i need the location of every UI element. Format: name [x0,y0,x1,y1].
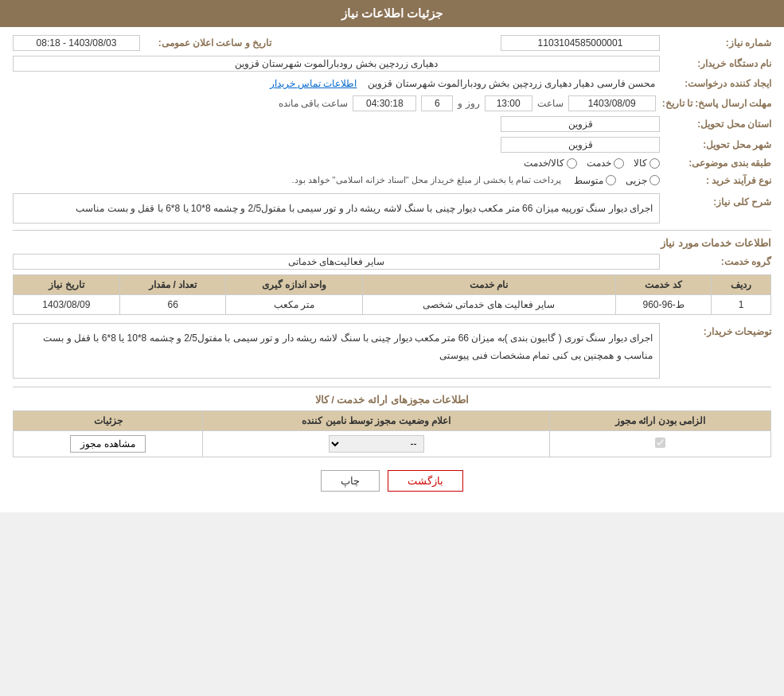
license-row: -- مشاهده مجوز [14,431,771,457]
tarikh-value: 1403/08/03 - 08:18 [13,35,140,51]
cell-unit: متر مکعب [226,295,362,315]
saat-label: ساعت [537,98,564,109]
shomare-niaz-value: 1103104585000001 [501,35,660,51]
license-col-details: جزئیات [14,411,203,431]
nooe-faraayand-options: جزیی متوسط [574,175,660,186]
license-table-container: الزامی بودن ارائه مجوز اعلام وضعیت مجوز … [13,410,771,457]
tabaqe-row: طبقه بندی موضوعی: کالا خدمت کالا/خدمت [13,157,771,169]
tawzihat-row: توضیحات خریدار: اجرای دیوار سنگ توری ( گ… [13,323,771,379]
table-row: 1 ط-96-960 سایر فعالیت های خدماتی شخصی م… [14,295,771,315]
page-title: جزئیات اطلاعات نیاز [341,6,443,20]
col-count: تعداد / مقدار [119,275,226,295]
license-title: اطلاعات مجوزهای ارائه خدمت / کالا [13,387,771,406]
footer-buttons: بازگشت چاپ [13,470,771,492]
date-main: 1403/08/09 [568,95,656,111]
ejaad-value: محسن فارسی دهیار دهیاری زردچین بخش رودبا… [363,76,660,91]
license-status-cell[interactable]: -- [203,431,550,457]
col-radif: ردیف [712,275,771,295]
rooz-value: 6 [421,95,453,111]
license-elzami-cell [549,431,770,457]
back-button[interactable]: بازگشت [388,470,463,492]
services-table: ردیف کد خدمت نام خدمت واحد اندازه گیری ت… [13,274,771,315]
tabaqe-option-kala-khadmat[interactable]: کالا/خدمت [524,157,577,169]
mohlat-label: مهلت ارسال پاسخ: تا تاریخ: [656,98,771,109]
print-button[interactable]: چاپ [321,470,380,492]
sharh-label: شرح کلی نیاز: [660,193,771,208]
ostan-label: استان محل تحویل: [660,119,771,130]
tabaqe-option-kala[interactable]: کالا [634,157,660,169]
col-date: تاریخ نیاز [14,275,120,295]
naam-dastgah-label: نام دستگاه خریدار: [660,58,771,69]
col-code: کد خدمت [615,275,711,295]
nooe-note: پرداخت تمام یا بخشی از مبلغ خریداز محل "… [287,173,566,187]
maandeh-value: 04:30:18 [353,95,416,111]
shomare-niaz-label: شماره نیاز: [660,37,771,49]
license-table: الزامی بودن ارائه مجوز اعلام وضعیت مجوز … [13,410,771,457]
shahr-label: شهر محل تحویل: [660,139,771,150]
cell-date: 1403/08/09 [14,295,120,315]
tawzihat-value: اجرای دیوار سنگ توری ( گابیون بندی )به م… [13,323,660,379]
nooe-jozi[interactable]: جزیی [626,175,660,186]
tabaqe-label: طبقه بندی موضوعی: [660,157,771,169]
ostan-row: استان محل تحویل: قزوین [13,116,771,132]
cell-count: 66 [119,295,226,315]
cell-name: سایر فعالیت های خدماتی شخصی [362,295,615,315]
ejaad-label: ایجاد کننده درخواست: [660,78,771,89]
naam-dastgah-value: دهیاری زردچین بخش رودبارالموت شهرستان قز… [13,56,660,72]
sharh-value: اجرای دیوار سنگ تورپیه میزان 66 متر مکعب… [13,193,660,224]
shahr-value: قزوین [501,137,660,153]
maandeh-label: ساعت باقی مانده [279,98,349,109]
license-details-cell[interactable]: مشاهده مجوز [14,431,203,457]
license-col-elzami: الزامی بودن ارائه مجوز [549,411,770,431]
goroh-value: سایر فعالیت‌های خدماتی [13,254,660,270]
tarikh-label: تاریخ و ساعت اعلان عمومی: [140,37,283,49]
goroh-label: گروه خدمت: [660,256,771,267]
tawzihat-label: توضیحات خریدار: [660,323,771,337]
nooe-faraayand-row: نوع فرآیند خرید : جزیی متوسط پرداخت تمام… [13,173,771,187]
etelaat-khadamat-title: اطلاعات خدمات مورد نیاز [13,230,771,249]
col-name: نام خدمت [362,275,615,295]
saat-value: 13:00 [485,95,532,111]
license-status-select[interactable]: -- [329,435,424,453]
goroh-row: گروه خدمت: سایر فعالیت‌های خدماتی [13,254,771,270]
shahr-row: شهر محل تحویل: قزوین [13,137,771,153]
sharh-row: شرح کلی نیاز: اجرای دیوار سنگ تورپیه میز… [13,193,771,224]
naam-dastgah-row: نام دستگاه خریدار: دهیاری زردچین بخش رود… [13,56,771,72]
ostan-value: قزوین [501,116,660,132]
nooe-faraayand-label: نوع فرآیند خرید : [660,175,771,186]
tabaqe-option-khadmat[interactable]: خدمت [587,157,624,169]
license-col-status: اعلام وضعیت مجوز توسط نامین کننده [203,411,550,431]
license-checkbox [655,437,665,448]
mohlat-row: مهلت ارسال پاسخ: تا تاریخ: 1403/08/09 سا… [13,95,771,111]
page-header: جزئیات اطلاعات نیاز [0,0,784,27]
rooz-label: روز و [458,98,479,109]
services-table-container: ردیف کد خدمت نام خدمت واحد اندازه گیری ت… [13,274,771,315]
tabaqe-options: کالا خدمت کالا/خدمت [524,157,660,169]
ejaad-row: ایجاد کننده درخواست: محسن فارسی دهیار ده… [13,76,771,91]
ejaad-link[interactable]: اطلاعات تماس خریدار [270,78,357,89]
col-unit: واحد اندازه گیری [226,275,362,295]
shomare-niaz-row: شماره نیاز: 1103104585000001 تاریخ و ساع… [13,35,771,51]
cell-radif: 1 [712,295,771,315]
nooe-motavaset[interactable]: متوسط [574,175,616,186]
cell-code: ط-96-960 [615,295,711,315]
view-license-button[interactable]: مشاهده مجوز [70,435,145,453]
